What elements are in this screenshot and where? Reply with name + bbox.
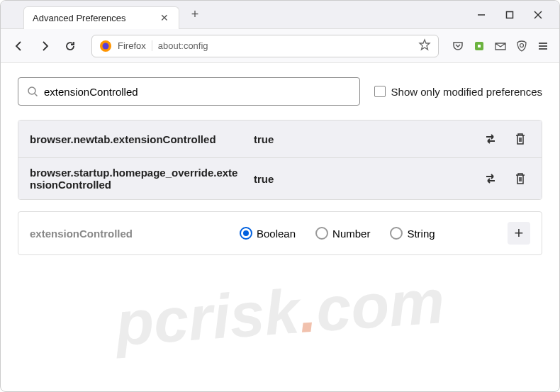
firefox-icon (99, 40, 112, 52)
menu-icon[interactable] (535, 38, 551, 54)
checkbox-label: Show only modified preferences (391, 86, 542, 98)
radio-icon (240, 227, 252, 240)
watermark: pcrisk.com (113, 265, 447, 360)
preference-name: browser.startup.homepage_override.extens… (30, 167, 242, 191)
forward-button[interactable] (35, 36, 55, 56)
preference-row: browser.startup.homepage_override.extens… (18, 158, 542, 199)
back-button[interactable] (9, 36, 29, 56)
radio-string[interactable]: String (390, 227, 435, 240)
mail-icon[interactable] (493, 38, 508, 54)
radio-number[interactable]: Number (315, 227, 370, 240)
search-box[interactable] (18, 77, 360, 106)
minimize-button[interactable] (474, 8, 488, 22)
toggle-button[interactable] (481, 169, 500, 189)
radio-icon (390, 227, 403, 240)
new-preference-name: extensionControlled (30, 228, 228, 240)
add-preference-button[interactable]: + (508, 222, 530, 245)
browser-tab[interactable]: Advanced Preferences ✕ (23, 6, 179, 29)
page-content: Show only modified preferences browser.n… (1, 63, 559, 269)
window-controls (474, 8, 559, 22)
search-input[interactable] (44, 86, 351, 98)
svg-line-13 (35, 94, 38, 96)
maximize-button[interactable] (503, 8, 517, 22)
svg-rect-1 (507, 11, 513, 18)
urlbar-brand: Firefox (118, 40, 152, 51)
window-titlebar: Advanced Preferences ✕ + (1, 1, 559, 29)
browser-toolbar: Firefox about:config (1, 29, 559, 63)
type-radio-group: Boolean Number String (240, 227, 496, 240)
preference-row: browser.newtab.extensionControlled true (18, 121, 542, 158)
close-window-button[interactable] (531, 8, 545, 22)
close-tab-icon[interactable]: ✕ (159, 12, 170, 23)
radio-boolean[interactable]: Boolean (240, 227, 296, 240)
preference-name: browser.newtab.extensionControlled (30, 133, 242, 145)
urlbar-address: about:config (158, 40, 413, 51)
url-bar[interactable]: Firefox about:config (91, 35, 439, 57)
new-preference-row: extensionControlled Boolean Number Strin… (18, 211, 542, 255)
radio-label: Boolean (257, 228, 296, 240)
extension-icon[interactable] (471, 38, 487, 54)
bookmark-star-icon[interactable] (418, 38, 431, 54)
svg-point-8 (520, 43, 524, 47)
preference-actions (481, 129, 530, 149)
preference-value: true (254, 173, 469, 185)
pocket-icon[interactable] (450, 38, 466, 54)
tab-title: Advanced Preferences (33, 13, 159, 23)
new-tab-button[interactable]: + (185, 5, 205, 25)
delete-button[interactable] (510, 169, 530, 189)
radio-label: String (407, 228, 435, 240)
search-icon (27, 86, 38, 97)
preference-table: browser.newtab.extensionControlled true … (18, 120, 542, 200)
svg-rect-7 (478, 45, 481, 47)
reload-button[interactable] (60, 36, 80, 56)
show-modified-checkbox[interactable]: Show only modified preferences (374, 86, 542, 98)
radio-label: Number (332, 228, 370, 240)
svg-point-12 (28, 87, 35, 94)
svg-point-5 (103, 43, 109, 49)
search-row: Show only modified preferences (18, 77, 542, 106)
preference-actions (481, 169, 530, 189)
shield-icon[interactable] (514, 38, 530, 54)
delete-button[interactable] (510, 129, 530, 149)
preference-value: true (254, 133, 469, 145)
toggle-button[interactable] (481, 129, 500, 149)
radio-icon (315, 227, 328, 240)
checkbox-icon (374, 86, 386, 97)
